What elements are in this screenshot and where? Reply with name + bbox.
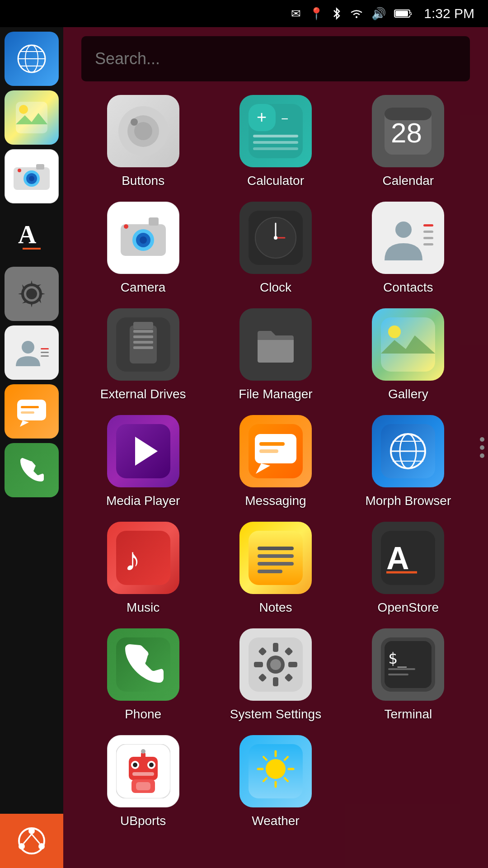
svg-rect-96 (258, 570, 282, 573)
svg-rect-118 (129, 757, 158, 780)
svg-text:$_: $_ (388, 649, 407, 668)
svg-rect-81 (255, 434, 296, 463)
app-item-messaging[interactable]: Messaging (214, 415, 337, 508)
svg-point-77 (388, 326, 401, 338)
svg-text:+: + (257, 108, 267, 127)
wifi-icon (350, 9, 363, 19)
svg-rect-25 (41, 355, 49, 357)
svg-point-129 (266, 759, 286, 779)
app-icon-calendar: 28 (372, 95, 444, 167)
svg-point-61 (274, 236, 277, 240)
sidebar-item-phone[interactable] (5, 443, 59, 497)
app-label-morph-browser: Morph Browser (365, 494, 451, 508)
svg-point-38 (131, 118, 138, 126)
svg-point-54 (140, 236, 147, 244)
svg-point-20 (26, 288, 37, 299)
app-item-file-manager[interactable]: File Manager (214, 308, 337, 401)
app-label-gallery: Gallery (388, 387, 428, 401)
battery-icon (394, 9, 412, 19)
location-icon: 📍 (309, 7, 324, 21)
svg-text:A: A (386, 541, 409, 576)
app-item-uports[interactable]: UBports (81, 735, 205, 828)
svg-text:−: − (281, 112, 288, 126)
app-label-file-manager: File Manager (239, 387, 312, 401)
svg-rect-83 (259, 449, 278, 453)
svg-rect-93 (258, 547, 294, 550)
svg-point-56 (124, 224, 128, 229)
svg-point-37 (134, 122, 152, 140)
svg-rect-82 (259, 442, 285, 446)
app-label-external-drives: External Drives (100, 387, 186, 401)
sidebar-item-camera[interactable] (5, 149, 59, 203)
sidebar-item-messaging[interactable] (5, 384, 59, 439)
sidebar-item-fonts[interactable]: A (5, 208, 59, 262)
sidebar-item-contacts[interactable] (5, 326, 59, 380)
app-label-phone: Phone (125, 707, 161, 722)
svg-rect-104 (273, 643, 278, 652)
svg-line-33 (23, 834, 32, 844)
svg-rect-16 (36, 164, 44, 170)
svg-rect-65 (423, 231, 433, 233)
app-label-calendar: Calendar (383, 174, 434, 188)
app-icon-morph-browser (372, 415, 444, 487)
app-label-contacts: Contacts (383, 280, 433, 295)
app-icon-buttons (107, 95, 179, 167)
app-icon-notes (239, 522, 312, 594)
app-label-openstore: OpenStore (378, 600, 439, 615)
svg-point-122 (149, 763, 154, 767)
app-item-system-settings[interactable]: System Settings (214, 628, 337, 722)
svg-rect-70 (133, 322, 153, 329)
svg-rect-27 (21, 406, 39, 408)
sidebar-item-settings[interactable] (5, 267, 59, 321)
svg-rect-64 (423, 224, 433, 226)
dot-2 (480, 445, 484, 450)
sidebar-item-gallery[interactable] (5, 90, 59, 145)
app-item-contacts[interactable]: Contacts (347, 202, 470, 295)
app-item-camera[interactable]: Camera (81, 202, 205, 295)
app-item-music[interactable]: ♪ Music (81, 522, 205, 615)
app-item-weather[interactable]: Weather (214, 735, 337, 828)
svg-rect-116 (388, 674, 408, 675)
svg-text:♪: ♪ (124, 542, 141, 578)
app-icon-phone (107, 628, 179, 701)
app-icon-gallery (372, 308, 444, 381)
app-item-morph-browser[interactable]: Morph Browser (347, 415, 470, 508)
app-label-notes: Notes (259, 600, 292, 615)
svg-rect-49 (385, 108, 432, 120)
app-item-external-drives[interactable]: External Drives (81, 308, 205, 401)
svg-rect-107 (288, 662, 297, 667)
app-icon-media-player (107, 415, 179, 487)
app-item-calculator[interactable]: + − Calculator (214, 95, 337, 188)
svg-point-22 (22, 341, 34, 354)
ubuntu-home-button[interactable] (0, 814, 63, 868)
svg-rect-3 (395, 11, 408, 16)
app-icon-messaging (239, 415, 312, 487)
app-item-terminal[interactable]: $_ Terminal (347, 628, 470, 722)
svg-point-31 (19, 843, 25, 849)
svg-rect-72 (133, 335, 153, 338)
svg-rect-45 (253, 147, 298, 150)
mail-icon: ✉ (291, 7, 301, 21)
sidebar: A (0, 27, 63, 868)
app-item-phone[interactable]: Phone (81, 628, 205, 722)
app-item-media-player[interactable]: Media Player (81, 415, 205, 508)
svg-rect-123 (132, 772, 154, 776)
app-item-notes[interactable]: Notes (214, 522, 337, 615)
app-label-buttons: Buttons (122, 174, 164, 188)
svg-rect-26 (17, 400, 46, 420)
app-label-messaging: Messaging (245, 494, 306, 508)
app-item-openstore[interactable]: A OpenStore (347, 522, 470, 615)
svg-point-11 (19, 105, 28, 114)
dot-3 (480, 453, 484, 458)
app-item-buttons[interactable]: Buttons (81, 95, 205, 188)
search-input[interactable] (81, 36, 470, 81)
app-label-music: Music (127, 600, 160, 615)
app-item-clock[interactable]: Clock (214, 202, 337, 295)
app-item-gallery[interactable]: Gallery (347, 308, 470, 401)
volume-icon: 🔊 (371, 7, 386, 21)
app-item-calendar[interactable]: 28 Calendar (347, 95, 470, 188)
app-icon-external-drives (107, 308, 179, 381)
svg-text:A: A (18, 221, 37, 249)
sidebar-item-browser[interactable] (5, 32, 59, 86)
scroll-indicator (480, 437, 484, 458)
